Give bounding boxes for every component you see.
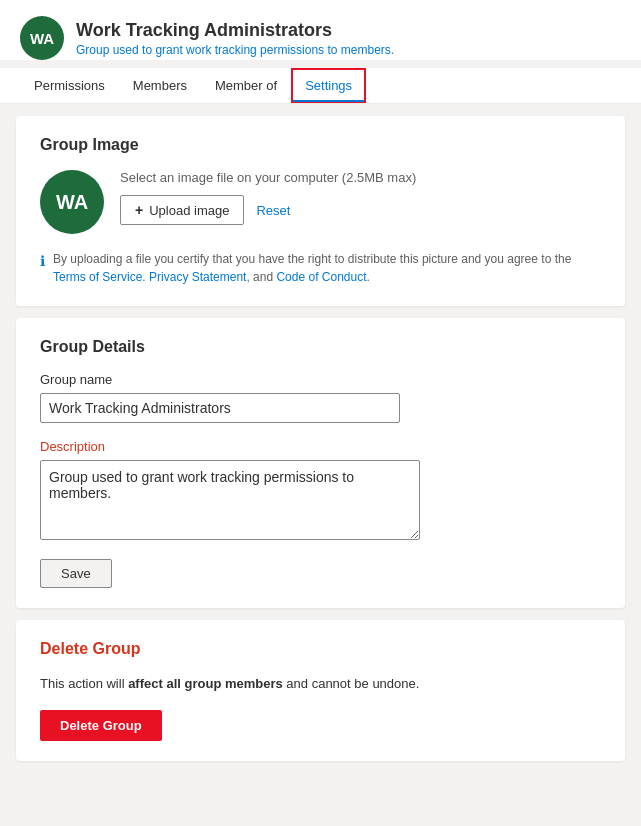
plus-icon: + — [135, 202, 143, 218]
save-button[interactable]: Save — [40, 559, 112, 588]
image-upload-info: Select an image file on your computer (2… — [120, 170, 601, 225]
tab-bar: Permissions Members Member of Settings — [0, 68, 641, 104]
disclaimer: ℹ By uploading a file you certify that y… — [40, 250, 601, 286]
group-image-card: Group Image WA Select an image file on y… — [16, 116, 625, 306]
group-avatar-large: WA — [40, 170, 104, 234]
delete-group-card: Delete Group This action will affect all… — [16, 620, 625, 761]
group-name-group: Group name — [40, 372, 601, 423]
avatar: WA — [20, 16, 64, 60]
info-icon: ℹ — [40, 251, 45, 272]
group-name: Work Tracking Administrators — [76, 20, 394, 41]
conduct-link[interactable]: Code of Conduct — [276, 270, 366, 284]
group-details-title: Group Details — [40, 338, 601, 356]
delete-warning: This action will affect all group member… — [40, 674, 601, 694]
group-description: Group used to grant work tracking permis… — [76, 43, 394, 57]
group-image-title: Group Image — [40, 136, 601, 154]
delete-group-button[interactable]: Delete Group — [40, 710, 162, 741]
terms-link[interactable]: Terms of Service — [53, 270, 142, 284]
description-label: Description — [40, 439, 601, 454]
tab-settings[interactable]: Settings — [291, 68, 366, 103]
header-info: Work Tracking Administrators Group used … — [76, 20, 394, 57]
tab-member-of[interactable]: Member of — [201, 68, 291, 103]
description-input[interactable]: Group used to grant work tracking permis… — [40, 460, 420, 540]
upload-hint: Select an image file on your computer (2… — [120, 170, 601, 185]
reset-image-button[interactable]: Reset — [252, 197, 294, 224]
delete-group-title: Delete Group — [40, 640, 601, 658]
group-name-label: Group name — [40, 372, 601, 387]
privacy-link[interactable]: Privacy Statement — [149, 270, 246, 284]
group-name-input[interactable] — [40, 393, 400, 423]
description-group: Description Group used to grant work tra… — [40, 439, 601, 543]
tab-permissions[interactable]: Permissions — [20, 68, 119, 103]
group-details-card: Group Details Group name Description Gro… — [16, 318, 625, 608]
group-image-section: WA Select an image file on your computer… — [40, 170, 601, 234]
page-content: Group Image WA Select an image file on y… — [0, 104, 641, 785]
upload-image-button[interactable]: + Upload image — [120, 195, 244, 225]
tab-members[interactable]: Members — [119, 68, 201, 103]
upload-buttons: + Upload image Reset — [120, 195, 601, 225]
page-header: WA Work Tracking Administrators Group us… — [0, 0, 641, 60]
